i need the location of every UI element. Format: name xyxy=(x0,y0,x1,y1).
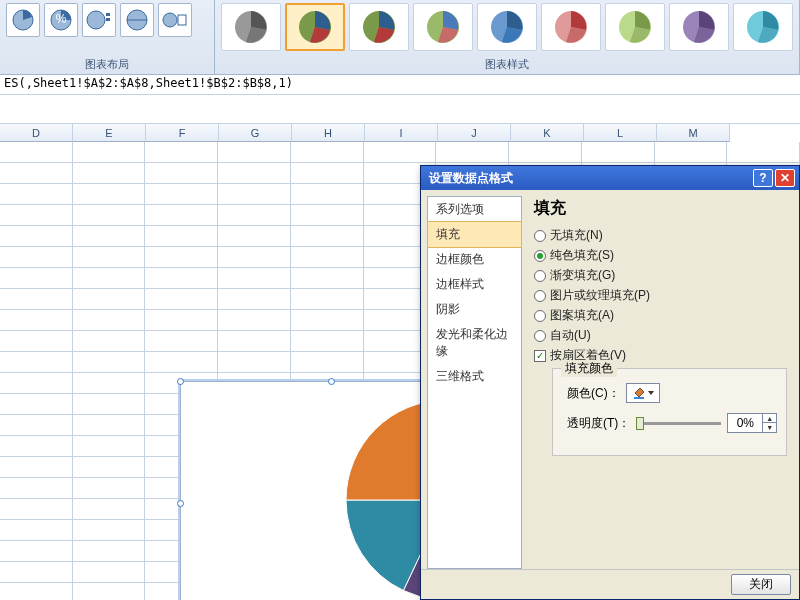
cell[interactable] xyxy=(145,163,218,184)
cell[interactable] xyxy=(0,247,73,268)
cell[interactable] xyxy=(0,541,73,562)
chart-style-8[interactable] xyxy=(669,3,729,51)
cell[interactable] xyxy=(73,562,146,583)
cell[interactable] xyxy=(73,163,146,184)
chart-style-7[interactable] xyxy=(605,3,665,51)
cell[interactable] xyxy=(0,394,73,415)
cell[interactable] xyxy=(73,541,146,562)
column-header[interactable]: K xyxy=(511,124,584,142)
cell[interactable] xyxy=(0,562,73,583)
column-header[interactable]: M xyxy=(657,124,730,142)
cell[interactable] xyxy=(73,520,146,541)
column-header[interactable]: I xyxy=(365,124,438,142)
dialog-nav-item[interactable]: 发光和柔化边缘 xyxy=(428,322,521,364)
help-button[interactable]: ? xyxy=(753,169,773,187)
close-button[interactable]: 关闭 xyxy=(731,574,791,595)
dialog-nav-item[interactable]: 系列选项 xyxy=(428,197,521,222)
cell[interactable] xyxy=(145,205,218,226)
cell[interactable] xyxy=(0,184,73,205)
cell[interactable] xyxy=(218,184,291,205)
cell[interactable] xyxy=(73,436,146,457)
cell[interactable] xyxy=(145,289,218,310)
cell[interactable] xyxy=(509,142,582,163)
cell[interactable] xyxy=(436,142,509,163)
cell[interactable] xyxy=(73,142,146,163)
cell[interactable] xyxy=(73,184,146,205)
cell[interactable] xyxy=(291,184,364,205)
cell[interactable] xyxy=(73,247,146,268)
dialog-nav-item[interactable]: 边框颜色 xyxy=(428,247,521,272)
cell[interactable] xyxy=(0,289,73,310)
cell[interactable] xyxy=(73,457,146,478)
cell[interactable] xyxy=(218,268,291,289)
cell[interactable] xyxy=(218,352,291,373)
cell[interactable] xyxy=(145,142,218,163)
cell[interactable] xyxy=(0,499,73,520)
cell[interactable] xyxy=(145,184,218,205)
cell[interactable] xyxy=(0,373,73,394)
cell[interactable] xyxy=(0,436,73,457)
cell[interactable] xyxy=(655,142,728,163)
chart-style-3[interactable] xyxy=(349,3,409,51)
cell[interactable] xyxy=(218,205,291,226)
cell[interactable] xyxy=(73,226,146,247)
cell[interactable] xyxy=(145,268,218,289)
cell[interactable] xyxy=(291,331,364,352)
fill-radio[interactable]: 图片或纹理填充(P) xyxy=(534,287,787,304)
cell[interactable] xyxy=(0,415,73,436)
formula-bar[interactable]: ES(,Sheet1!$A$2:$A$8,Sheet1!$B$2:$B$8,1) xyxy=(0,75,800,95)
cell[interactable] xyxy=(73,268,146,289)
transparency-slider[interactable] xyxy=(636,422,721,425)
chart-style-6[interactable] xyxy=(541,3,601,51)
column-header[interactable]: E xyxy=(73,124,146,142)
close-icon[interactable]: ✕ xyxy=(775,169,795,187)
dialog-nav-item[interactable]: 三维格式 xyxy=(428,364,521,389)
cell[interactable] xyxy=(73,499,146,520)
column-header[interactable]: H xyxy=(292,124,365,142)
chart-layout-1[interactable] xyxy=(6,3,40,37)
cell[interactable] xyxy=(291,352,364,373)
spin-up[interactable]: ▲ xyxy=(763,414,776,423)
cell[interactable] xyxy=(291,205,364,226)
fill-radio[interactable]: 渐变填充(G) xyxy=(534,267,787,284)
cell[interactable] xyxy=(73,331,146,352)
cell[interactable] xyxy=(73,478,146,499)
column-header[interactable]: L xyxy=(584,124,657,142)
cell[interactable] xyxy=(0,478,73,499)
column-header[interactable]: D xyxy=(0,124,73,142)
cell[interactable] xyxy=(0,142,73,163)
chart-style-4[interactable] xyxy=(413,3,473,51)
dialog-titlebar[interactable]: 设置数据点格式 ? ✕ xyxy=(421,166,799,190)
cell[interactable] xyxy=(291,226,364,247)
cell[interactable] xyxy=(218,310,291,331)
chart-style-5[interactable] xyxy=(477,3,537,51)
cell[interactable] xyxy=(73,394,146,415)
cell[interactable] xyxy=(73,583,146,600)
cell[interactable] xyxy=(291,163,364,184)
cell[interactable] xyxy=(73,373,146,394)
chart-style-1[interactable] xyxy=(221,3,281,51)
cell[interactable] xyxy=(145,247,218,268)
cell[interactable] xyxy=(0,583,73,600)
cell[interactable] xyxy=(364,142,437,163)
cell[interactable] xyxy=(218,247,291,268)
column-header[interactable]: J xyxy=(438,124,511,142)
color-picker-button[interactable] xyxy=(626,383,660,403)
fill-radio[interactable]: 纯色填充(S) xyxy=(534,247,787,264)
cell[interactable] xyxy=(0,268,73,289)
dialog-nav-item[interactable]: 填充 xyxy=(427,221,522,248)
fill-radio[interactable]: 自动(U) xyxy=(534,327,787,344)
cell[interactable] xyxy=(0,205,73,226)
cell[interactable] xyxy=(0,331,73,352)
cell[interactable] xyxy=(145,226,218,247)
column-header[interactable]: G xyxy=(219,124,292,142)
cell[interactable] xyxy=(0,457,73,478)
cell[interactable] xyxy=(218,142,291,163)
spin-down[interactable]: ▼ xyxy=(763,423,776,432)
fill-radio[interactable]: 无填充(N) xyxy=(534,227,787,244)
chart-style-9[interactable] xyxy=(733,3,793,51)
cell[interactable] xyxy=(0,163,73,184)
cell[interactable] xyxy=(218,226,291,247)
chart-layout-2[interactable]: % xyxy=(44,3,78,37)
cell[interactable] xyxy=(0,310,73,331)
